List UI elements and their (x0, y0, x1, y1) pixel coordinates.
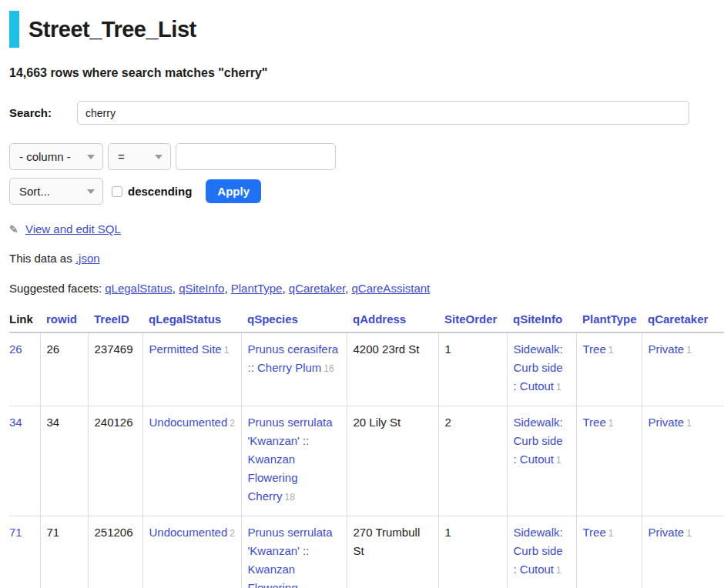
row-count-summary: 14,663 rows where search matches "cherry… (9, 66, 724, 80)
cell-rowid: 26 (40, 332, 88, 406)
facet-count: 1 (686, 418, 692, 429)
table-row: 71 71 251206 Undocumented2 Prunus serrul… (9, 516, 724, 588)
facet-count: 18 (285, 492, 295, 503)
species-link[interactable]: Prunus serrulata 'Kwanzan' :: Kwanzan Fl… (248, 416, 333, 503)
facet-item: qSiteInfo (179, 282, 231, 295)
view-edit-sql-link[interactable]: View and edit SQL (25, 222, 121, 236)
row-link[interactable]: 71 (9, 526, 22, 539)
column-header-siteorder[interactable]: SiteOrder (438, 309, 507, 332)
column-header-qlegalstatus[interactable]: qLegalStatus (142, 309, 241, 332)
facet-count: 1 (608, 345, 614, 356)
descending-checkbox[interactable] (112, 186, 122, 197)
column-header-qspecies[interactable]: qSpecies (241, 309, 347, 332)
data-as-line: This data as .json (9, 252, 724, 265)
facet-link-qcaretaker[interactable]: qCaretaker (289, 282, 345, 295)
column-header-rowid[interactable]: rowid (40, 309, 88, 332)
column-header-qsiteinfo[interactable]: qSiteInfo (507, 309, 576, 332)
facet-item: qCaretaker (289, 282, 352, 295)
table-header-row: Link rowid TreeID qLegalStatus qSpecies … (9, 309, 724, 332)
facet-item: qCareAssistant (352, 282, 431, 295)
sort-select[interactable]: Sort... (9, 178, 103, 205)
chevron-down-icon (87, 155, 95, 159)
cell-siteorder: 1 (438, 332, 507, 406)
cell-qaddress: 4200 23rd St (347, 332, 438, 406)
page-title: Street_Tree_List (28, 17, 196, 42)
cell-treeid: 237469 (88, 332, 142, 406)
cell-rowid: 34 (40, 406, 88, 516)
pencil-icon: ✎ (9, 223, 18, 236)
facet-link-qlegalstatus[interactable]: qLegalStatus (105, 282, 173, 295)
column-header-qcaretaker[interactable]: qCaretaker (642, 309, 724, 332)
facet-count: 1 (224, 345, 230, 356)
facet-link-planttype[interactable]: PlantType (231, 282, 283, 295)
caretaker-link[interactable]: Private (649, 342, 685, 356)
chevron-down-icon (155, 155, 163, 159)
legal-status-link[interactable]: Permitted Site (149, 342, 222, 356)
apply-button[interactable]: Apply (206, 179, 261, 203)
cell-planttype: Tree1 (576, 406, 642, 516)
facet-count: 1 (556, 565, 561, 576)
facet-count: 1 (686, 528, 692, 539)
species-link[interactable]: Prunus serrulata 'Kwanzan' :: Kwanzan Fl… (248, 526, 333, 588)
json-link[interactable]: .json (75, 252, 100, 265)
column-header-planttype[interactable]: PlantType (576, 309, 642, 332)
facet-count: 2 (230, 528, 235, 539)
cell-qlegalstatus: Undocumented2 (142, 516, 241, 588)
cell-qaddress: 270 Trumbull St (347, 516, 438, 588)
cell-treeid: 251206 (88, 516, 142, 588)
column-select[interactable]: - column - (9, 143, 103, 170)
chevron-down-icon (87, 189, 95, 194)
row-link[interactable]: 26 (9, 342, 22, 356)
results-table: Link rowid TreeID qLegalStatus qSpecies … (9, 309, 724, 588)
cell-qsiteinfo: Sidewalk: Curb side : Cutout1 (507, 332, 576, 406)
facet-count: 1 (556, 455, 561, 466)
cell-qcaretaker: Private1 (642, 516, 724, 588)
cell-siteorder: 1 (438, 516, 507, 588)
cell-qspecies: Prunus cerasifera :: Cherry Plum16 (241, 332, 347, 406)
facet-link-qcareassistant[interactable]: qCareAssistant (352, 282, 431, 295)
cell-treeid: 240126 (88, 406, 142, 516)
search-row: Search: (9, 101, 724, 125)
table-row: 34 34 240126 Undocumented2 Prunus serrul… (9, 406, 724, 516)
filter-value-input[interactable] (176, 143, 336, 170)
facets-line: Suggested facets: qLegalStatusqSiteInfoP… (9, 282, 724, 295)
cell-siteorder: 2 (438, 406, 507, 516)
cell-qlegalstatus: Undocumented2 (142, 406, 241, 516)
plant-type-link[interactable]: Tree (583, 416, 606, 429)
cell-rowid: 71 (40, 516, 88, 588)
facet-count: 1 (556, 382, 561, 393)
cell-planttype: Tree1 (576, 332, 642, 406)
column-header-treeid[interactable]: TreeID (88, 309, 142, 332)
facet-item: qLegalStatus (105, 282, 179, 295)
caretaker-link[interactable]: Private (649, 416, 685, 429)
cell-qspecies: Prunus serrulata 'Kwanzan' :: Kwanzan Fl… (241, 406, 347, 516)
cell-link: 26 (9, 332, 40, 406)
sql-line: ✎ View and edit SQL (9, 222, 724, 236)
column-header-qaddress[interactable]: qAddress (347, 309, 438, 332)
cell-qsiteinfo: Sidewalk: Curb side : Cutout1 (507, 516, 576, 588)
sort-row: Sort... descending Apply (9, 178, 724, 205)
legal-status-link[interactable]: Undocumented (149, 416, 228, 429)
cell-qlegalstatus: Permitted Site1 (142, 332, 241, 406)
row-link[interactable]: 34 (9, 416, 22, 429)
caretaker-link[interactable]: Private (649, 526, 685, 539)
facet-link-qsiteinfo[interactable]: qSiteInfo (179, 282, 224, 295)
cell-qcaretaker: Private1 (642, 332, 724, 406)
accent-bar (9, 11, 19, 48)
cell-qaddress: 20 Lily St (347, 406, 438, 516)
cell-link: 71 (9, 516, 40, 588)
plant-type-link[interactable]: Tree (583, 526, 606, 539)
legal-status-link[interactable]: Undocumented (149, 526, 228, 539)
column-select-value: - column - (19, 150, 71, 163)
cell-planttype: Tree1 (576, 516, 642, 588)
search-input[interactable] (77, 101, 689, 125)
operator-select[interactable]: = (108, 143, 171, 170)
table-row: 26 26 237469 Permitted Site1 Prunus cera… (9, 332, 724, 406)
cell-qspecies: Prunus serrulata 'Kwanzan' :: Kwanzan Fl… (241, 516, 347, 588)
operator-select-value: = (118, 150, 125, 163)
facet-item: PlantType (231, 282, 289, 295)
filter-row: - column - = (9, 143, 724, 170)
plant-type-link[interactable]: Tree (583, 342, 606, 356)
facet-count: 1 (608, 528, 614, 539)
column-header-link: Link (9, 309, 40, 332)
